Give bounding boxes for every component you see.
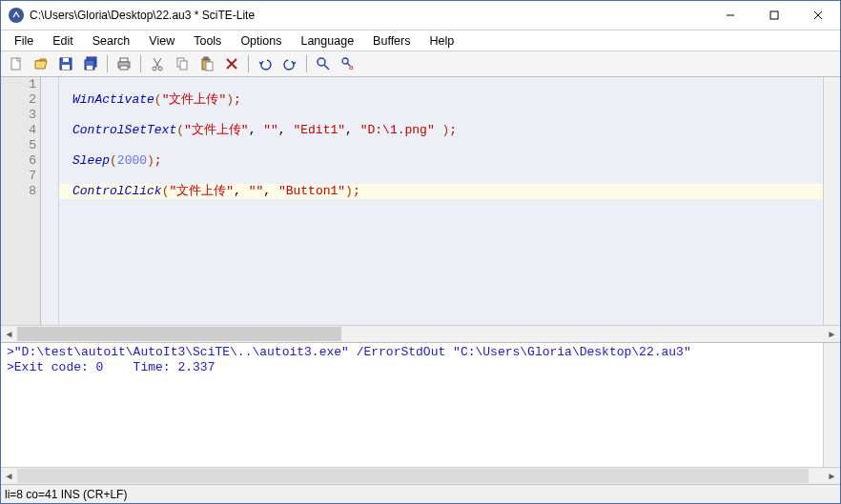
line-number: 2 [1, 92, 36, 108]
output-horizontal-scrollbar[interactable]: ◄ ► [1, 467, 840, 484]
line-number-gutter: 12345678 [1, 77, 41, 325]
toolbar: a [1, 51, 840, 77]
save-all-icon[interactable] [79, 52, 102, 75]
menu-search[interactable]: Search [83, 32, 140, 50]
code-line[interactable] [59, 138, 823, 153]
svg-point-17 [158, 67, 162, 71]
copy-icon[interactable] [171, 52, 194, 75]
open-icon[interactable] [30, 52, 52, 75]
editor-vertical-scrollbar[interactable] [823, 77, 840, 325]
menu-options[interactable]: Options [231, 32, 291, 50]
close-button[interactable] [796, 1, 840, 30]
svg-point-25 [318, 58, 325, 66]
save-icon[interactable] [54, 52, 77, 75]
svg-point-16 [153, 67, 156, 71]
scroll-thumb[interactable] [17, 469, 809, 483]
status-text: li=8 co=41 INS (CR+LF) [5, 488, 127, 501]
line-number: 8 [1, 184, 36, 199]
output-line: >Exit code: 0 Time: 2.337 [7, 360, 817, 375]
undo-icon[interactable] [254, 52, 277, 75]
print-icon[interactable] [113, 52, 135, 75]
svg-rect-21 [204, 57, 208, 60]
code-line[interactable]: ControlClick("文件上传", "", "Button1"); [59, 184, 823, 199]
scroll-thumb[interactable] [17, 327, 341, 341]
line-number: 4 [1, 123, 36, 138]
code-line[interactable] [59, 108, 823, 123]
replace-icon[interactable]: a [337, 52, 359, 75]
svg-rect-7 [62, 65, 70, 70]
output-line: >"D:\test\autoit\AutoIt3\SciTE\..\autoit… [7, 345, 817, 360]
menubar: FileEditSearchViewToolsOptionsLanguageBu… [1, 30, 840, 51]
paste-icon[interactable] [195, 52, 218, 75]
svg-rect-13 [120, 66, 128, 70]
scroll-right-icon[interactable]: ► [824, 468, 840, 484]
menu-buffers[interactable]: Buffers [363, 32, 420, 50]
code-area[interactable]: WinActivate("文件上传");ControlSetText("文件上传… [59, 77, 823, 325]
toolbar-separator [306, 55, 307, 72]
line-number: 3 [1, 108, 36, 123]
toolbar-separator [248, 55, 249, 72]
toolbar-separator [140, 55, 141, 72]
svg-text:a: a [349, 63, 354, 71]
output-panel: >"D:\test\autoit\AutoIt3\SciTE\..\autoit… [1, 343, 840, 484]
menu-help[interactable]: Help [420, 32, 463, 50]
code-line[interactable] [59, 77, 823, 92]
redo-icon[interactable] [278, 52, 301, 75]
statusbar: li=8 co=41 INS (CR+LF) [1, 484, 840, 503]
svg-rect-6 [63, 58, 69, 62]
code-line[interactable]: WinActivate("文件上传"); [59, 92, 823, 108]
menu-view[interactable]: View [139, 32, 184, 50]
menu-tools[interactable]: Tools [184, 32, 231, 50]
svg-line-26 [324, 65, 329, 70]
output-vertical-scrollbar[interactable] [823, 343, 840, 467]
toolbar-separator [107, 55, 108, 72]
code-line[interactable]: ControlSetText("文件上传", "", "Edit1", "D:\… [59, 123, 823, 138]
menu-edit[interactable]: Edit [43, 32, 83, 50]
line-number: 5 [1, 138, 36, 153]
line-number: 7 [1, 169, 36, 184]
svg-rect-10 [87, 66, 92, 70]
svg-rect-1 [770, 11, 778, 19]
svg-rect-22 [206, 62, 213, 71]
svg-rect-19 [180, 61, 187, 70]
scroll-right-icon[interactable]: ► [824, 326, 840, 342]
svg-rect-4 [11, 58, 20, 70]
code-line[interactable] [59, 169, 823, 184]
code-line[interactable]: Sleep(2000); [59, 153, 823, 169]
minimize-button[interactable] [708, 1, 752, 30]
output-area[interactable]: >"D:\test\autoit\AutoIt3\SciTE\..\autoit… [1, 343, 823, 467]
window-title: C:\Users\Gloria\Desktop\22.au3 * SciTE-L… [30, 9, 708, 22]
menu-language[interactable]: Language [291, 32, 363, 50]
line-number: 6 [1, 153, 36, 169]
maximize-button[interactable] [752, 1, 796, 30]
cut-icon[interactable] [146, 52, 169, 75]
svg-rect-11 [120, 58, 128, 62]
editor-panel: 12345678 WinActivate("文件上传");ControlSetT… [1, 77, 840, 343]
scite-window: C:\Users\Gloria\Desktop\22.au3 * SciTE-L… [0, 0, 841, 504]
line-number: 1 [1, 77, 36, 92]
find-icon[interactable] [312, 52, 335, 75]
scroll-left-icon[interactable]: ◄ [1, 326, 17, 342]
editor-horizontal-scrollbar[interactable]: ◄ ► [1, 325, 840, 342]
titlebar: C:\Users\Gloria\Desktop\22.au3 * SciTE-L… [1, 1, 840, 30]
app-icon [9, 8, 24, 23]
fold-margin[interactable] [41, 77, 59, 325]
scroll-left-icon[interactable]: ◄ [1, 468, 17, 484]
new-icon[interactable] [5, 52, 28, 75]
menu-file[interactable]: File [5, 32, 43, 50]
delete-icon[interactable] [220, 52, 243, 75]
code-editor[interactable]: 12345678 WinActivate("文件上传");ControlSetT… [1, 77, 823, 325]
